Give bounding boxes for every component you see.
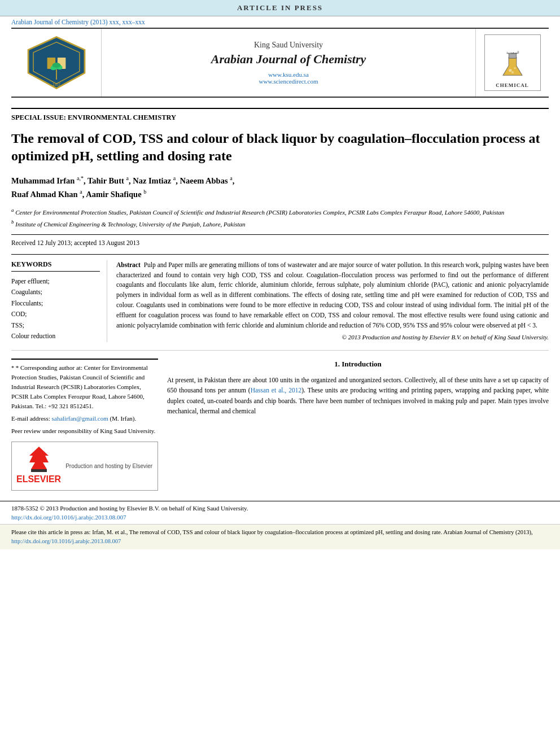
authors-line: Muhammad Irfan a,*, Tahir Butt a, Naz Im… <box>11 174 549 201</box>
email-address[interactable]: sahalirfan@gmail.com <box>51 415 108 422</box>
cite-link[interactable]: http://dx.doi.org/10.1016/j.arabjc.2013.… <box>11 538 121 544</box>
affiliation-a: a Center for Environmental Protection St… <box>11 207 549 217</box>
footer-cite: Please cite this article in press as: Ir… <box>0 524 560 549</box>
abstract-label: Abstract <box>116 261 141 268</box>
chemical-text: CHEMICAL <box>496 82 529 88</box>
cite-prefix: Please cite this article in press as: Ir… <box>11 529 533 535</box>
keyword-2: Coagulants; <box>11 287 100 298</box>
footnote-star: * <box>11 365 14 371</box>
footer-doi[interactable]: http://dx.doi.org/10.1016/j.arabjc.2013.… <box>0 513 560 524</box>
svg-point-11 <box>509 69 511 72</box>
keywords-column: KEYWORDS Paper effluent; Coagulants; Flo… <box>11 260 107 342</box>
keyword-6: Colour reduction <box>11 331 100 342</box>
corresponding-label: * Corresponding author at: <box>16 364 82 371</box>
email-line: E-mail address: sahalirfan@gmail.com (M.… <box>11 414 158 423</box>
abstract-column: Abstract Pulp and Paper mills are genera… <box>116 260 549 342</box>
abstract-copyright: © 2013 Production and hosting by Elsevie… <box>116 334 549 340</box>
abstract-section: KEYWORDS Paper effluent; Coagulants; Flo… <box>11 254 549 342</box>
svg-rect-15 <box>31 469 47 472</box>
keyword-4: COD; <box>11 309 100 320</box>
citation-hassan: Hassan et al., 2012 <box>251 387 302 394</box>
email-label: E-mail address: <box>11 415 50 422</box>
elsevier-logo: ELSEVIER <box>16 445 61 487</box>
journal-urls: www.ksu.edu.sa www.sciencedirect.com <box>259 71 318 85</box>
keywords-title: KEYWORDS <box>11 260 100 272</box>
two-col-section: * * Corresponding author at: Center for … <box>11 359 549 491</box>
abstract-body: Pulp and Paper mills are generating mill… <box>116 261 549 329</box>
section-divider <box>11 350 549 351</box>
elsevier-box: ELSEVIER Production and hosting by Elsev… <box>11 442 158 491</box>
corresponding-author-block: * * Corresponding author at: Center for … <box>11 359 158 411</box>
chemical-logo-container: السعودية CHEMICAL <box>475 29 549 97</box>
svg-rect-10 <box>509 54 516 58</box>
email-suffix: (M. Irfan). <box>110 415 136 422</box>
peer-review-line: Peer review under responsibility of King… <box>11 426 158 436</box>
affiliations: a Center for Environmental Protection St… <box>11 207 549 228</box>
keyword-3: Flocculants; <box>11 298 100 309</box>
ksu-logo: 1957 <box>11 29 102 97</box>
footer-issn: 1878-5352 © 2013 Production and hosting … <box>0 501 560 513</box>
affiliation-b: b Institute of Chemical Engineering & Te… <box>11 219 549 229</box>
corresponding-address: Center for Environmental Protection Stud… <box>11 364 148 409</box>
journal-header: 1957 King Saud University Arabian Journa… <box>11 28 549 98</box>
main-content: SPECIAL ISSUE: ENVIRONMENTAL CHEMISTRY T… <box>0 98 560 496</box>
received-dates: Received 12 July 2013; accepted 13 Augus… <box>11 234 549 246</box>
abstract-text: Abstract Pulp and Paper mills are genera… <box>116 260 549 331</box>
svg-point-12 <box>514 67 515 69</box>
header-center: King Saud University Arabian Journal of … <box>102 29 475 97</box>
col-right: 1. Introduction At present, in Pakistan … <box>167 359 549 491</box>
svg-marker-14 <box>29 447 49 469</box>
col-left: * * Corresponding author at: Center for … <box>11 359 158 491</box>
elsevier-logo-text: ELSEVIER <box>16 473 61 487</box>
chemical-logo: السعودية CHEMICAL <box>484 34 541 91</box>
url2: www.sciencedirect.com <box>259 78 318 85</box>
elsevier-tagline: Production and hosting by Elsevier <box>65 462 152 471</box>
svg-text:1957: 1957 <box>52 82 60 86</box>
article-title: The removal of COD, TSS and colour of bl… <box>11 130 549 165</box>
url1: www.ksu.edu.sa <box>259 71 318 78</box>
keywords-list: Paper effluent; Coagulants; Flocculants;… <box>11 276 100 342</box>
keyword-1: Paper effluent; <box>11 276 100 287</box>
journal-citation: Arabian Journal of Chemistry (2013) xxx,… <box>0 16 560 28</box>
article-in-press-banner: ARTICLE IN PRESS <box>0 0 560 16</box>
introduction-text: At present, in Pakistan there are about … <box>167 375 549 417</box>
introduction-heading: 1. Introduction <box>167 359 549 370</box>
university-name: King Saud University <box>254 41 323 50</box>
keyword-5: TSS; <box>11 320 100 331</box>
journal-title: Arabian Journal of Chemistry <box>211 52 366 67</box>
special-issue: SPECIAL ISSUE: ENVIRONMENTAL CHEMISTRY <box>11 108 549 122</box>
svg-point-7 <box>52 63 60 68</box>
svg-point-13 <box>511 71 513 73</box>
